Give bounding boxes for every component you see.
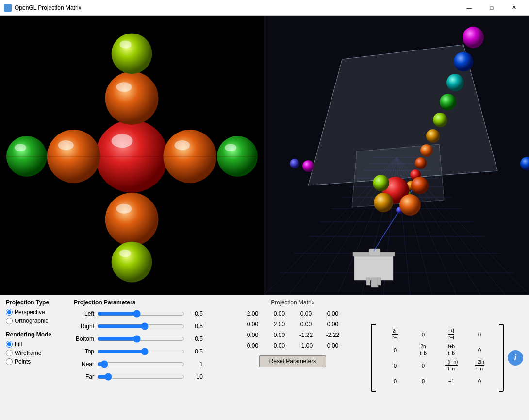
formula-cell-1-2: t+bt−b (438, 343, 465, 357)
slider-input-right[interactable] (97, 321, 184, 331)
wireframe-option[interactable]: Wireframe (6, 350, 64, 356)
slider-label-right: Right (74, 323, 94, 330)
fill-option[interactable]: Fill (6, 341, 64, 348)
formula-cell-1-3: 0 (466, 343, 493, 357)
perspective-option[interactable]: Perspective (6, 309, 64, 316)
svg-point-72 (302, 160, 314, 172)
sliders-container: Left-0.5Right0.5Bottom-0.5Top0.5Near1Far… (74, 309, 215, 382)
orthographic-label: Orthographic (15, 318, 48, 324)
matrix-cell-1-3: 0.00 (319, 319, 346, 329)
matrix-cell-2-0: 0.00 (239, 330, 266, 340)
perspective-label: Perspective (15, 309, 45, 316)
info-button[interactable]: i (508, 350, 523, 366)
matrix-cell-0-0: 2.00 (239, 309, 266, 319)
matrix-cell-1-2: 0.00 (293, 319, 319, 329)
fill-label: Fill (15, 341, 22, 348)
points-label: Points (15, 358, 31, 365)
svg-point-54 (463, 27, 484, 48)
matrix-cell-1-1: 2.00 (266, 319, 293, 329)
window-title: OpenGL Projection Matrix (15, 4, 458, 11)
right-viewport (264, 16, 529, 295)
slider-label-top: Top (74, 348, 94, 355)
window-controls: — □ ✕ (458, 0, 525, 16)
svg-rect-45 (354, 253, 393, 280)
points-option[interactable]: Points (6, 358, 64, 365)
formula-cell-0-0: 2nr−l (381, 328, 409, 341)
slider-input-bottom[interactable] (97, 334, 184, 344)
svg-point-5 (112, 33, 152, 74)
matrix-cell-3-2: -1.00 (293, 341, 319, 351)
matrix-cell-2-3: -2.22 (319, 330, 346, 340)
rendering-mode-group: Fill Wireframe Points (6, 341, 64, 365)
svg-point-73 (290, 159, 299, 168)
slider-label-far: Far (74, 373, 94, 380)
orthographic-radio[interactable] (6, 318, 13, 324)
slider-input-far[interactable] (97, 372, 184, 382)
orthographic-option[interactable]: Orthographic (6, 318, 64, 324)
slider-row-far: Far10 (74, 372, 215, 382)
slider-input-top[interactable] (97, 347, 184, 356)
slider-label-bottom: Bottom (74, 336, 94, 342)
wireframe-label: Wireframe (15, 350, 41, 356)
bracket-left (371, 324, 376, 392)
slider-row-bottom: Bottom-0.5 (74, 334, 215, 344)
svg-point-57 (440, 94, 456, 110)
slider-value-right: 0.5 (187, 323, 203, 330)
svg-point-77 (411, 177, 429, 194)
matrix-cell-0-3: 0.00 (319, 309, 346, 319)
svg-point-18 (225, 144, 236, 151)
svg-point-59 (426, 129, 440, 143)
right-scene-svg (264, 16, 529, 295)
formula-cell-2-2: −(f+n)f−n (438, 359, 465, 372)
formula-cell-3-1: 0 (410, 374, 437, 388)
slider-input-near[interactable] (97, 359, 184, 369)
slider-row-near: Near1 (74, 359, 215, 369)
formula-cell-1-1: 2nt−b (410, 343, 437, 357)
formula-cell-0-1: 0 (410, 328, 437, 341)
points-radio[interactable] (6, 358, 13, 365)
projection-type-section: Projection Type Perspective Orthographic… (6, 299, 64, 416)
formula-cell-3-3: 0 (466, 374, 493, 388)
matrix-cell-2-2: -1.22 (293, 330, 319, 340)
formula-grid: 2nr−l0r+lr−l002nt−bt+bt−b000−(f+n)f−n−2f… (378, 326, 497, 390)
matrix-cell-2-1: 0.00 (266, 330, 293, 340)
slider-label-near: Near (74, 361, 94, 368)
slider-input-left[interactable] (97, 309, 184, 319)
projection-type-group: Perspective Orthographic (6, 309, 64, 324)
svg-point-56 (446, 74, 464, 91)
formula-cell-2-3: −2fnf−n (466, 359, 493, 372)
formula-cell-0-3: 0 (466, 328, 493, 341)
matrix-cell-3-1: 0.00 (266, 341, 293, 351)
reset-button[interactable]: Reset Parameters (259, 355, 327, 367)
matrix-cell-0-1: 0.00 (266, 309, 293, 319)
matrix-section: Projection Matrix 2.000.000.000.000.002.… (224, 299, 361, 416)
main-area: Projection Type Perspective Orthographic… (0, 16, 529, 420)
minimize-button[interactable]: — (458, 0, 480, 16)
params-section: Projection Parameters Left-0.5Right0.5Bo… (74, 299, 215, 416)
slider-row-right: Right0.5 (74, 321, 215, 331)
svg-point-14 (15, 144, 26, 151)
matrix-cell-3-0: 0.00 (239, 341, 266, 351)
svg-point-61 (415, 157, 427, 169)
matrix-values: 2.000.000.000.000.002.000.000.000.000.00… (239, 309, 346, 351)
bracket-right (499, 324, 504, 392)
slider-value-top: 0.5 (187, 348, 203, 355)
perspective-radio[interactable] (6, 309, 13, 316)
wireframe-radio[interactable] (6, 350, 13, 356)
matrix-cell-1-0: 0.00 (239, 319, 266, 329)
svg-rect-50 (377, 278, 381, 285)
maximize-button[interactable]: □ (480, 0, 503, 16)
params-title: Projection Parameters (74, 299, 215, 306)
close-button[interactable]: ✕ (503, 0, 525, 16)
left-scene-svg (0, 16, 264, 295)
fill-radio[interactable] (6, 341, 13, 348)
svg-point-2 (112, 134, 133, 148)
controls-panel: Projection Type Perspective Orthographic… (0, 295, 529, 420)
matrix-cell-0-2: 0.00 (293, 309, 319, 319)
slider-row-left: Left-0.5 (74, 309, 215, 319)
slider-label-left: Left (74, 310, 94, 317)
slider-value-bottom: -0.5 (187, 336, 203, 342)
svg-point-12 (58, 140, 74, 150)
slider-value-far: 10 (187, 373, 203, 380)
svg-point-58 (433, 113, 447, 127)
